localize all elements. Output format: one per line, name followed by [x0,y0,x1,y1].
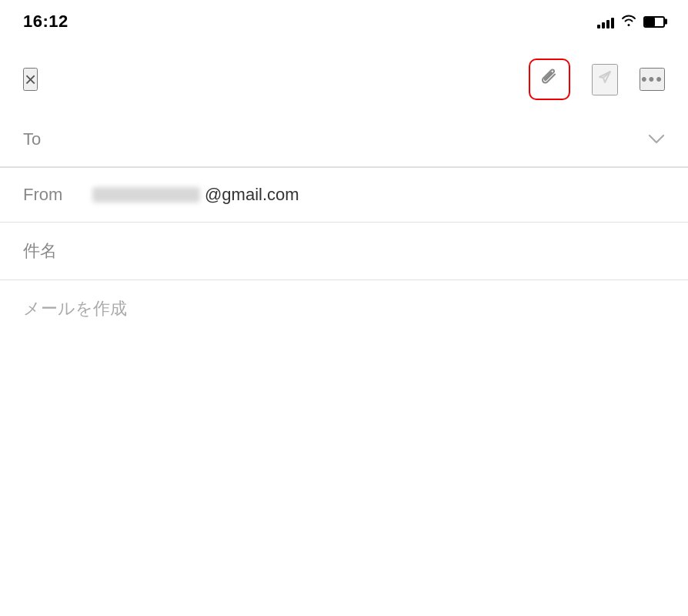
compose-toolbar: × ••• [0,46,688,112]
status-icons [597,14,665,30]
send-icon [593,65,616,89]
battery-icon [643,16,665,28]
subject-label: 件名 [23,239,92,263]
close-button[interactable]: × [23,68,38,91]
toolbar-left: × [23,68,38,91]
to-label: To [23,129,92,149]
compose-row[interactable]: メールを作成 [0,280,688,337]
more-button[interactable]: ••• [640,68,665,91]
from-address-container: @gmail.com [92,185,299,205]
to-row[interactable]: To [0,112,688,166]
chevron-down-icon[interactable] [648,129,665,149]
paperclip-icon [538,68,561,91]
from-email-domain: @gmail.com [205,185,299,205]
toolbar-right: ••• [529,59,665,100]
signal-icon [597,15,614,28]
from-row: From @gmail.com [0,167,688,223]
send-button[interactable] [592,64,618,95]
wifi-icon [620,14,637,30]
subject-row[interactable]: 件名 [0,223,688,280]
compose-placeholder[interactable]: メールを作成 [23,299,127,318]
status-time: 16:12 [23,12,68,32]
from-username-blurred [92,187,200,203]
status-bar: 16:12 [0,0,688,38]
attach-button[interactable] [529,59,570,100]
from-label: From [23,185,92,205]
